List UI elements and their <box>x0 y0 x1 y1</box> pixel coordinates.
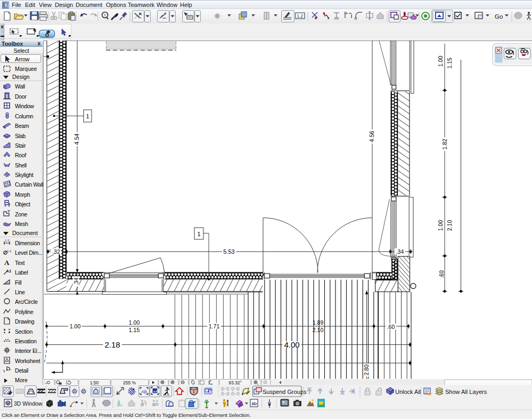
svg-text:3D: 3D <box>251 401 257 406</box>
svg-text:.60: .60 <box>387 324 395 330</box>
svg-text:5.53: 5.53 <box>223 248 234 255</box>
svg-text:1.00: 1.00 <box>129 319 140 326</box>
svg-text:93.32°: 93.32° <box>228 380 242 385</box>
svg-text:.60: .60 <box>438 270 445 278</box>
svg-text:Ab: Ab <box>141 389 147 394</box>
svg-text:255 %: 255 % <box>123 380 136 385</box>
svg-text:.34: .34 <box>396 248 404 255</box>
svg-text:1: 1 <box>86 113 89 119</box>
svg-text:3D Window: 3D Window <box>14 400 43 407</box>
svg-text:1.71: 1.71 <box>209 323 220 329</box>
svg-text:1.00: 1.00 <box>437 56 444 67</box>
svg-text:1.82: 1.82 <box>441 139 448 150</box>
svg-text:2.80: 2.80 <box>363 365 370 376</box>
svg-text:.34: .34 <box>73 278 79 286</box>
svg-text:4.56: 4.56 <box>369 131 375 142</box>
svg-text:1.89: 1.89 <box>313 319 324 326</box>
svg-text:2.10: 2.10 <box>313 327 324 333</box>
svg-text:1: 1 <box>197 231 200 237</box>
svg-text:?: ? <box>103 13 106 18</box>
svg-text:4.54: 4.54 <box>73 133 80 144</box>
svg-text:1.15: 1.15 <box>446 58 453 69</box>
svg-text:2.18: 2.18 <box>104 340 120 349</box>
svg-text:Show All Layers: Show All Layers <box>445 389 487 395</box>
svg-text:4.00: 4.00 <box>284 340 299 349</box>
svg-text:1:50: 1:50 <box>90 380 99 385</box>
svg-text:1.00: 1.00 <box>437 220 444 231</box>
svg-text:Unlock All: Unlock All <box>395 389 421 395</box>
svg-text:Suspend Groups: Suspend Groups <box>263 389 307 395</box>
svg-text:1.2: 1.2 <box>297 13 304 19</box>
svg-text:2.10: 2.10 <box>446 220 453 231</box>
svg-text:.32: .32 <box>52 248 60 255</box>
svg-text:Go: Go <box>495 13 503 20</box>
svg-text:1.15: 1.15 <box>129 327 140 333</box>
svg-text:1.00: 1.00 <box>70 323 81 329</box>
